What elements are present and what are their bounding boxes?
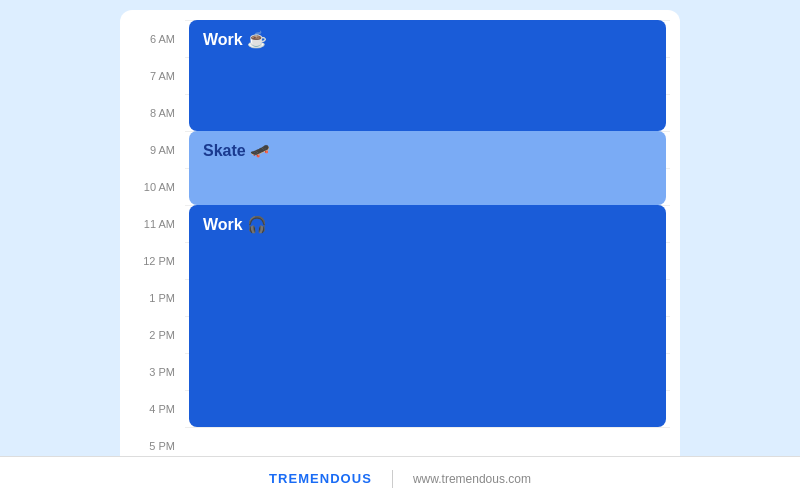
time-label-7am: 7 AM [130,57,185,94]
time-label-6am: 6 AM [130,20,185,57]
time-label-9am: 9 AM [130,131,185,168]
time-label-12pm: 12 PM [130,242,185,279]
time-label-11am: 11 AM [130,205,185,242]
event-skate[interactable]: Skate 🛹 [189,131,666,205]
time-label-10am: 10 AM [130,168,185,205]
time-label-2pm: 2 PM [130,316,185,353]
time-label-4pm: 4 PM [130,390,185,427]
footer-brand: TREMENDOUS [269,471,372,486]
event-work-afternoon[interactable]: Work 🎧 [189,205,666,427]
event-work-morning-label: Work ☕ [203,31,267,48]
events-column: Work ☕ Skate 🛹 Work 🎧 [185,20,670,456]
event-work-afternoon-label: Work 🎧 [203,216,267,233]
event-skate-label: Skate 🛹 [203,142,270,159]
time-grid: 6 AM 7 AM 8 AM 9 AM 10 AM 11 AM 12 PM 1 … [120,20,680,456]
calendar-container: 6 AM 7 AM 8 AM 9 AM 10 AM 11 AM 12 PM 1 … [120,10,680,456]
time-label-1pm: 1 PM [130,279,185,316]
footer-url: www.tremendous.com [413,472,531,486]
time-label-5pm: 5 PM [130,427,185,456]
time-label-3pm: 3 PM [130,353,185,390]
events-overlay: Work ☕ Skate 🛹 Work 🎧 [185,20,670,456]
event-work-morning[interactable]: Work ☕ [189,20,666,131]
time-labels: 6 AM 7 AM 8 AM 9 AM 10 AM 11 AM 12 PM 1 … [130,20,185,456]
time-label-8am: 8 AM [130,94,185,131]
footer: TREMENDOUS www.tremendous.com [0,456,800,500]
footer-divider [392,470,393,488]
main-area: 6 AM 7 AM 8 AM 9 AM 10 AM 11 AM 12 PM 1 … [0,0,800,456]
